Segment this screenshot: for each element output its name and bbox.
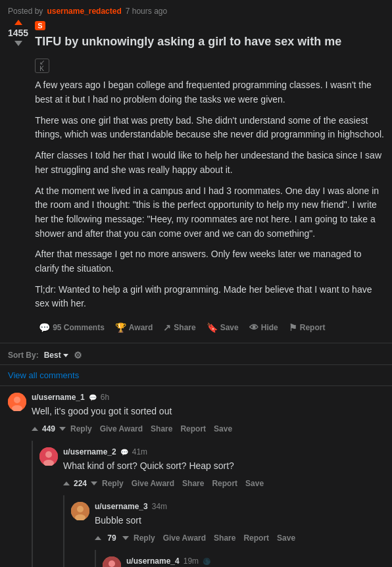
share-button[interactable]: ↗ Share xyxy=(159,319,199,336)
comment-2-reply-button[interactable]: Reply xyxy=(99,477,127,490)
comment-3-vote-row: 79 xyxy=(95,533,129,543)
share-icon: ↗ xyxy=(163,322,171,333)
comment-3-avatar xyxy=(71,502,89,520)
collapse-icon: ↙K xyxy=(39,59,45,72)
sort-value[interactable]: Best xyxy=(44,351,68,360)
comment-3-time: 34m xyxy=(152,502,167,511)
comment-2-wrapper: u/username_2 💬 41m What kind of sort? Qu… xyxy=(32,441,384,567)
settings-icon[interactable]: ⚙ xyxy=(74,350,82,360)
svg-point-4 xyxy=(45,451,52,458)
comment-1-username[interactable]: u/username_1 xyxy=(32,393,85,402)
hide-label: Hide xyxy=(261,323,278,332)
report-button[interactable]: ⚑ Report xyxy=(285,319,330,336)
sort-chevron-icon xyxy=(63,354,68,357)
paragraph-1: A few years ago I began college and freq… xyxy=(35,78,384,107)
posted-by-label: Posted by xyxy=(8,7,43,16)
sort-label: Sort By: xyxy=(8,351,39,360)
comment-1: u/username_1 💬 6h Well, it's good you go… xyxy=(8,393,384,435)
comment-1-vote-row: 449 xyxy=(32,424,66,433)
comment-2-text: What kind of sort? Quick sort? Heap sort… xyxy=(63,459,384,473)
comment-4-avatar xyxy=(103,556,121,567)
paragraph-4: At the moment we lived in a campus and I… xyxy=(35,184,384,241)
comment-2-share-button[interactable]: Share xyxy=(179,477,207,490)
post-author[interactable]: username_redacted xyxy=(47,7,121,16)
hide-button[interactable]: 👁 Hide xyxy=(245,319,282,336)
post-body-row: 1455 S TIFU by unknowingly asking a girl… xyxy=(8,20,384,336)
comment-1-votes: 449 xyxy=(41,424,57,433)
comment-1-time: 6h xyxy=(101,393,109,402)
comment-3-actions: 79 Reply Give Award Share Report Save xyxy=(95,531,384,545)
save-button[interactable]: 🔖 Save xyxy=(203,319,243,336)
comment-3-report-button[interactable]: Report xyxy=(240,531,272,545)
award-label: Award xyxy=(129,323,153,332)
comment-2-time: 41m xyxy=(132,447,147,456)
paragraph-6: Tl;dr: Wanted to help a girl with progra… xyxy=(35,283,384,311)
comment-2-save-button[interactable]: Save xyxy=(242,477,267,490)
comment-2-report-button[interactable]: Report xyxy=(208,477,241,490)
comment-2-actions: 224 Reply Give Award Share Report Save xyxy=(63,477,384,490)
comment-2-badge: 💬 xyxy=(120,449,128,456)
post-title: TIFU by unknowingly asking a girl to hav… xyxy=(35,34,384,49)
post-actions: 💬 95 Comments 🏆 Award ↗ Share 🔖 Save 👁 xyxy=(35,319,384,336)
comment-3-username[interactable]: u/username_3 xyxy=(95,502,148,511)
comment-1-give-award-button[interactable]: Give Award xyxy=(97,422,146,435)
post-container: Posted by username_redacted 7 hours ago … xyxy=(0,0,392,343)
award-button[interactable]: 🏆 Award xyxy=(111,319,157,336)
comment-4-badge: 🌑 xyxy=(203,558,210,565)
comment-1-avatar xyxy=(8,393,26,411)
comment-2-username[interactable]: u/username_2 xyxy=(63,447,116,456)
svg-point-7 xyxy=(77,506,84,512)
comment-4-inner: u/username_4 19m 🌑 insertion sort 124 xyxy=(126,556,384,567)
comment-3-reply-button[interactable]: Reply xyxy=(130,531,159,545)
paragraph-3: After classes I told her that I would li… xyxy=(35,149,384,177)
sort-bar: Sort By: Best ⚙ xyxy=(0,343,392,365)
comment-2-header: u/username_2 💬 41m xyxy=(63,447,384,456)
sort-value-text: Best xyxy=(44,351,61,360)
comment-2-downvote[interactable] xyxy=(91,481,97,485)
comment-4-wrapper: u/username_4 19m 🌑 insertion sort 124 xyxy=(95,550,384,567)
comments-button[interactable]: 💬 95 Comments xyxy=(35,319,109,336)
downvote-button[interactable] xyxy=(14,41,22,46)
post-text: A few years ago I began college and freq… xyxy=(35,78,384,311)
comment-3-downvote[interactable] xyxy=(122,536,129,540)
comment-1-header: u/username_1 💬 6h xyxy=(32,393,384,402)
report-label: Report xyxy=(300,323,326,332)
paragraph-2: There was one girl that was pretty bad. … xyxy=(35,114,384,142)
comment-1-report-button[interactable]: Report xyxy=(177,422,209,435)
comments-label: 95 Comments xyxy=(53,323,105,332)
comment-2-avatar xyxy=(39,447,58,466)
comment-2-give-award-button[interactable]: Give Award xyxy=(128,477,178,490)
comment-4: u/username_4 19m 🌑 insertion sort 124 xyxy=(103,556,384,567)
comment-3-votes: 79 xyxy=(104,533,120,543)
comment-3-wrapper: u/username_3 34m Bubble sort 79 Reply Gi xyxy=(63,495,384,567)
report-icon: ⚑ xyxy=(289,322,297,333)
comment-1-text: Well, it's good you got it sorted out xyxy=(32,405,384,418)
svg-point-10 xyxy=(109,560,115,567)
comment-4-username[interactable]: u/username_4 xyxy=(126,556,180,566)
comment-4-header: u/username_4 19m 🌑 xyxy=(126,556,384,566)
upvote-button[interactable] xyxy=(14,20,22,25)
comment-3-upvote[interactable] xyxy=(95,536,101,540)
comment-3-save-button[interactable]: Save xyxy=(274,531,299,545)
comment-3-header: u/username_3 34m xyxy=(95,502,384,511)
comment-2-upvote[interactable] xyxy=(63,481,70,485)
comment-1-share-button[interactable]: Share xyxy=(147,422,176,435)
comment-3-give-award-button[interactable]: Give Award xyxy=(160,531,209,545)
comment-3-share-button[interactable]: Share xyxy=(210,531,239,545)
comment-1-badge: 💬 xyxy=(89,394,97,401)
comment-2: u/username_2 💬 41m What kind of sort? Qu… xyxy=(39,447,384,490)
post-flair: S xyxy=(35,21,45,30)
collapse-button[interactable]: ↙K xyxy=(35,59,49,73)
post-time: 7 hours ago xyxy=(126,7,167,16)
comment-1-downvote[interactable] xyxy=(59,427,66,431)
comment-1-save-button[interactable]: Save xyxy=(210,422,235,435)
comment-2-votes: 224 xyxy=(72,479,88,488)
comment-1-reply-button[interactable]: Reply xyxy=(67,422,95,435)
comment-2-inner: u/username_2 💬 41m What kind of sort? Qu… xyxy=(63,447,384,490)
comment-1-upvote[interactable] xyxy=(32,427,38,431)
view-all-comments-link[interactable]: View all comments xyxy=(0,365,392,386)
comment-1-actions: 449 Reply Give Award Share Report Save xyxy=(32,422,384,435)
paragraph-5: After that message I get no more answers… xyxy=(35,247,384,276)
comments-icon: 💬 xyxy=(39,322,50,333)
post-header: Posted by username_redacted 7 hours ago xyxy=(8,7,384,16)
